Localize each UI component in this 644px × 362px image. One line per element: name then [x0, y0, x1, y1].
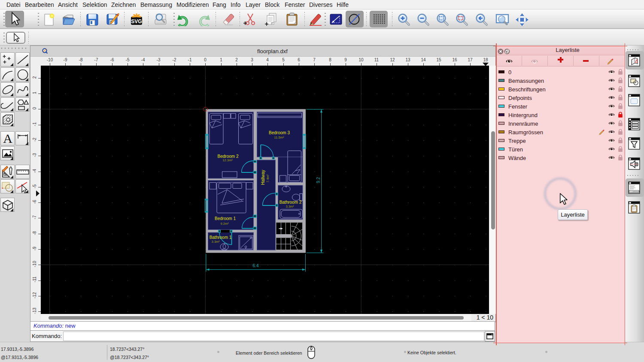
svg-text:A: A — [3, 132, 12, 145]
svg-text:6.4: 6.4 — [253, 263, 259, 268]
svg-text:3.3m²: 3.3m² — [286, 205, 294, 208]
svg-text:Bedroom 1: Bedroom 1 — [215, 216, 236, 221]
svg-text:Bathroom 1: Bathroom 1 — [210, 235, 232, 240]
svg-text:3.3m²: 3.3m² — [211, 240, 220, 244]
svg-text:SVG: SVG — [131, 18, 142, 24]
svg-text:Bedroom 2: Bedroom 2 — [218, 154, 239, 159]
svg-text:9.2: 9.2 — [316, 177, 321, 183]
svg-text:< command: < command — [630, 190, 640, 193]
svg-text:Bathroom 2: Bathroom 2 — [279, 200, 302, 205]
svg-text:12.3m²: 12.3m² — [222, 158, 233, 162]
svg-text:9.2m²: 9.2m² — [220, 222, 229, 226]
svg-text:11.5m²: 11.5m² — [274, 136, 284, 139]
svg-text:Bedroom 3: Bedroom 3 — [269, 130, 290, 135]
svg-text:Hallway: Hallway — [261, 170, 265, 185]
svg-text:7.4m²: 7.4m² — [266, 174, 270, 183]
